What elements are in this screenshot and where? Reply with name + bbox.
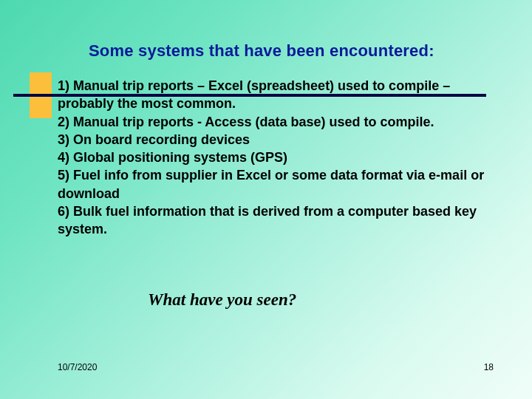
list-item: 3) On board recording devices bbox=[58, 131, 501, 149]
list-item: 2) Manual trip reports - Access (data ba… bbox=[58, 113, 501, 131]
closing-question: What have you seen? bbox=[148, 290, 296, 310]
list-item: 1) Manual trip reports – Excel (spreadsh… bbox=[58, 77, 501, 113]
list-item: 4) Global positioning systems (GPS) bbox=[58, 149, 501, 166]
footer-date: 10/7/2020 bbox=[58, 362, 97, 372]
slide-title: Some systems that have been encountered: bbox=[89, 41, 488, 61]
body-list: 1) Manual trip reports – Excel (spreadsh… bbox=[58, 77, 501, 239]
footer-page-number: 18 bbox=[484, 362, 494, 372]
list-item: 6) Bulk fuel information that is derived… bbox=[58, 202, 501, 239]
list-item: 5) Fuel info from supplier in Excel or s… bbox=[58, 166, 501, 202]
